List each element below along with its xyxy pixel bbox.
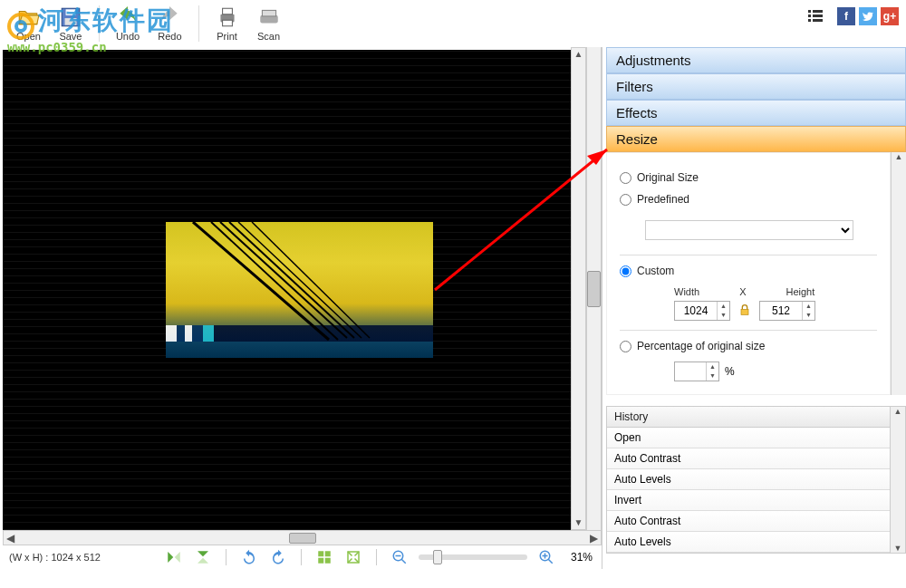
svg-line-14 (193, 222, 329, 340)
svg-rect-2 (64, 18, 76, 25)
history-panel: History Open Auto Contrast Auto Levels I… (606, 406, 906, 554)
edited-image (166, 222, 433, 358)
history-item[interactable]: Invert (607, 490, 890, 511)
flip-horizontal-icon[interactable] (164, 547, 184, 567)
original-size-label: Original Size (637, 171, 699, 184)
svg-rect-22 (318, 558, 323, 564)
zoom-slider[interactable] (419, 554, 527, 560)
undo-button[interactable]: Undo (107, 4, 149, 43)
svg-line-16 (220, 222, 347, 338)
history-scrollbar[interactable]: ▲ ▼ (890, 407, 905, 553)
zoom-out-icon[interactable] (390, 547, 410, 567)
print-label: Print (217, 31, 237, 42)
scan-label: Scan (257, 31, 280, 42)
main-toolbar: Open Save Undo Redo Print Scan f (0, 0, 906, 47)
original-size-radio[interactable]: Original Size (620, 171, 877, 184)
redo-label: Redo (158, 31, 181, 42)
svg-line-19 (252, 222, 370, 338)
predefined-label: Predefined (637, 193, 689, 206)
panel-filters[interactable]: Filters (606, 73, 906, 100)
flip-vertical-icon[interactable] (193, 547, 213, 567)
printer-icon (216, 5, 239, 29)
history-item[interactable]: Open (607, 428, 890, 448)
folder-open-icon (16, 5, 40, 29)
svg-rect-23 (325, 558, 331, 564)
svg-line-29 (548, 559, 553, 564)
open-label: Open (16, 31, 41, 42)
rotate-right-icon[interactable] (268, 547, 288, 567)
svg-rect-13 (813, 19, 823, 22)
undo-label: Undo (116, 31, 140, 42)
facebook-icon[interactable]: f (837, 7, 855, 25)
toolbar-divider (198, 5, 199, 42)
svg-rect-11 (813, 14, 823, 17)
percentage-input[interactable] (675, 362, 706, 381)
history-item[interactable]: Auto Contrast (607, 448, 890, 469)
width-spinner[interactable]: ▲▼ (674, 301, 730, 321)
height-spinner[interactable]: ▲▼ (759, 301, 815, 321)
history-item[interactable]: Auto Levels (607, 469, 890, 490)
panel-adjustments[interactable]: Adjustments (606, 47, 906, 73)
history-item[interactable]: Auto Levels (607, 532, 890, 553)
history-header: History (607, 407, 890, 428)
canvas-horizontal-scrollbar[interactable]: ◀ ▶ (3, 530, 602, 545)
resize-panel-scrollbar[interactable]: ▲ (891, 152, 906, 395)
custom-radio[interactable]: Custom (620, 265, 877, 277)
predefined-select[interactable] (645, 220, 853, 240)
history-item[interactable]: Auto Contrast (607, 511, 890, 532)
fit-to-screen-icon[interactable] (314, 547, 334, 567)
percentage-label: Percentage of original size (637, 340, 765, 352)
svg-line-26 (401, 559, 406, 564)
svg-rect-5 (222, 20, 232, 26)
list-view-icon[interactable] (806, 7, 824, 25)
percentage-spinner[interactable]: ▲▼ (674, 361, 719, 381)
actual-size-icon[interactable] (343, 547, 363, 567)
height-input[interactable] (760, 302, 802, 320)
panel-splitter[interactable] (586, 47, 602, 530)
predefined-radio[interactable]: Predefined (620, 193, 877, 206)
svg-rect-9 (813, 10, 823, 13)
width-input[interactable] (675, 302, 717, 320)
resize-panel-body: Original Size Predefined Custom Width (606, 152, 891, 395)
googleplus-icon[interactable]: g+ (881, 7, 899, 25)
floppy-disk-icon (59, 5, 82, 29)
svg-rect-8 (808, 10, 811, 13)
status-bar: (W x H) : 1024 x 512 (0, 545, 602, 569)
right-panel: Adjustments Filters Effects Resize Origi… (602, 47, 906, 569)
custom-label: Custom (637, 265, 674, 277)
zoom-in-icon[interactable] (536, 547, 556, 567)
twitter-icon[interactable] (859, 7, 877, 25)
svg-rect-12 (808, 19, 811, 22)
lock-aspect-icon[interactable] (737, 303, 752, 320)
canvas-area: ▲ ▼ ◀ ▶ (W x H) : 1024 x 512 (0, 47, 602, 569)
svg-rect-21 (325, 551, 331, 556)
height-label: Height (786, 286, 814, 297)
svg-rect-32 (741, 309, 748, 314)
panel-resize[interactable]: Resize (606, 126, 906, 152)
svg-rect-4 (222, 8, 232, 14)
panel-effects[interactable]: Effects (606, 100, 906, 126)
svg-rect-10 (808, 14, 811, 17)
svg-line-17 (229, 222, 354, 338)
x-label: X (739, 286, 746, 297)
image-canvas[interactable] (3, 50, 571, 530)
image-dimensions: (W x H) : 1024 x 512 (9, 552, 101, 563)
percent-sign: % (725, 365, 735, 378)
redo-icon (158, 5, 181, 29)
open-button[interactable]: Open (7, 4, 50, 43)
scan-button[interactable]: Scan (248, 4, 290, 43)
redo-button[interactable]: Redo (149, 4, 190, 43)
print-button[interactable]: Print (207, 4, 248, 43)
canvas-vertical-scrollbar[interactable]: ▲ ▼ (571, 47, 586, 530)
svg-line-15 (211, 222, 338, 340)
save-label: Save (59, 31, 82, 42)
scanner-icon (257, 5, 281, 29)
svg-rect-1 (66, 9, 76, 14)
svg-rect-7 (262, 10, 275, 16)
svg-line-18 (238, 222, 361, 338)
save-button[interactable]: Save (50, 4, 92, 43)
width-label: Width (674, 286, 699, 297)
rotate-left-icon[interactable] (239, 547, 259, 567)
percentage-radio[interactable]: Percentage of original size (620, 340, 877, 352)
zoom-percent: 31% (571, 551, 593, 564)
